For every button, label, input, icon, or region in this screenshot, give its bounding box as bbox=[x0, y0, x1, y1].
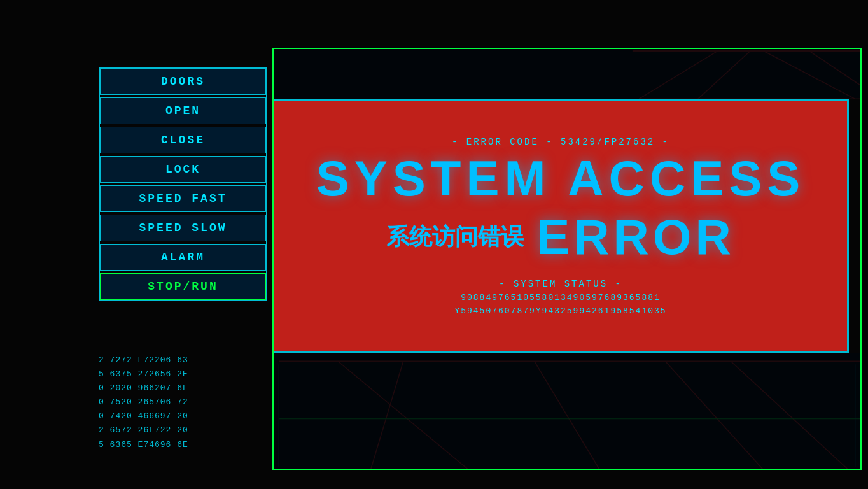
code-line-3: 0 2020 966207 6F bbox=[99, 381, 188, 395]
close-button[interactable]: CLOSE bbox=[100, 127, 266, 153]
code-line-2: 5 6375 272656 2E bbox=[99, 367, 188, 381]
error-subtitle-row: 系统访问错误 ERROR bbox=[386, 208, 735, 266]
system-status-label: - SYSTEM STATUS - bbox=[499, 279, 622, 289]
status-code-2: Y594507607879Y94325994261958541035 bbox=[454, 306, 666, 316]
chinese-text: 系统访问错误 bbox=[386, 222, 524, 253]
alarm-button[interactable]: ALARM bbox=[100, 244, 266, 271]
speed-fast-button[interactable]: SPEED FAST bbox=[100, 185, 266, 212]
system-access-title: SYSTEM ACCESS bbox=[316, 153, 806, 203]
speed-slow-button[interactable]: SPEED SLOW bbox=[100, 215, 266, 241]
error-panel: - ERROR CODE - 53429/FP27632 - SYSTEM AC… bbox=[272, 99, 849, 353]
code-line-5: 0 7420 466697 20 bbox=[99, 409, 188, 423]
code-line-1: 2 7272 F72206 63 bbox=[99, 353, 188, 367]
bottom-overlay bbox=[272, 353, 862, 470]
code-line-7: 5 6365 E74696 6E bbox=[99, 438, 188, 452]
open-button[interactable]: OPEN bbox=[100, 97, 266, 124]
top-overlay bbox=[272, 48, 862, 99]
status-code-1: 90884976510558013490597689365881 bbox=[461, 293, 661, 302]
code-line-6: 2 6572 26F722 20 bbox=[99, 423, 188, 437]
code-data-display: 2 7272 F72206 63 5 6375 272656 2E 0 2020… bbox=[99, 353, 188, 452]
error-word: ERROR bbox=[536, 208, 735, 266]
stop-run-button[interactable]: STOP/RUN bbox=[100, 273, 266, 300]
code-line-4: 0 7520 265706 72 bbox=[99, 395, 188, 409]
lock-button[interactable]: LOCK bbox=[100, 156, 266, 183]
left-control-panel: DOORS OPEN CLOSE LOCK SPEED FAST SPEED S… bbox=[99, 67, 267, 301]
error-code-label: - ERROR CODE - 53429/FP27632 - bbox=[452, 137, 669, 147]
doors-button[interactable]: DOORS bbox=[100, 68, 266, 95]
